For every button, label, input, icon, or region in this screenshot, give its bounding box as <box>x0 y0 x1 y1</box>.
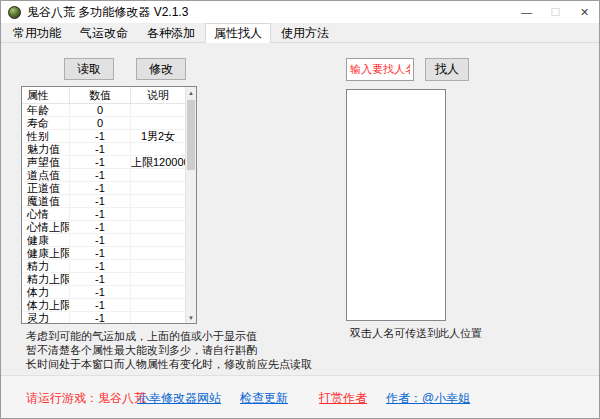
table-cell: 体力上限 <box>22 299 70 311</box>
table-cell: 0 <box>70 117 131 129</box>
table-cell <box>131 221 185 233</box>
table-cell: 精力 <box>22 260 70 272</box>
maximize-button: ☐ <box>541 1 570 23</box>
table-cell <box>131 260 185 272</box>
table-scrollbar[interactable]: ▲ ▼ <box>185 87 196 323</box>
table-row[interactable]: 体力-1 <box>22 286 185 299</box>
read-button[interactable]: 读取 <box>64 58 114 80</box>
table-cell: 灵力 <box>22 312 70 323</box>
table-row[interactable]: 声望值-1上限120000 <box>22 156 185 169</box>
table-row[interactable]: 年龄0 <box>22 104 185 117</box>
run-game-label: 请运行游戏：鬼谷八荒 <box>26 390 146 407</box>
table-cell: 正道值 <box>22 182 70 194</box>
find-person-button[interactable]: 找人 <box>425 58 469 81</box>
table-cell <box>131 169 185 181</box>
table-cell: -1 <box>70 195 131 207</box>
tab-various-additions[interactable]: 各种添加 <box>138 23 204 42</box>
table-row[interactable]: 寿命0 <box>22 117 185 130</box>
tab-luck-fate-change[interactable]: 气运改命 <box>71 23 137 42</box>
minimize-button[interactable]: — <box>512 1 541 23</box>
table-cell <box>131 312 185 323</box>
header-cell-1[interactable]: 数值 <box>70 87 131 103</box>
modify-button[interactable]: 修改 <box>136 58 186 80</box>
table-cell: 寿命 <box>22 117 70 129</box>
table-row[interactable]: 精力上限-1 <box>22 273 185 286</box>
window-title: 鬼谷八荒 多功能修改器 V2.1.3 <box>27 4 188 21</box>
header-cell-2[interactable]: 说明 <box>131 87 185 103</box>
note-line: 暂不清楚各个属性最大能改到多少，请自行斟酌 <box>26 343 312 357</box>
table-row[interactable]: 道点值-1 <box>22 169 185 182</box>
table-cell: 年龄 <box>22 104 70 116</box>
find-name-input[interactable] <box>346 58 414 81</box>
table-cell: 健康 <box>22 234 70 246</box>
table-cell <box>131 104 185 116</box>
table-cell: -1 <box>70 312 131 323</box>
table-row[interactable]: 正道值-1 <box>22 182 185 195</box>
table-row[interactable]: 魅力值-1 <box>22 143 185 156</box>
table-cell: -1 <box>70 273 131 285</box>
table-cell: 1男2女 <box>131 130 185 142</box>
table-cell: 精力上限 <box>22 273 70 285</box>
table-cell <box>131 247 185 259</box>
table-cell <box>131 195 185 207</box>
table-cell <box>131 273 185 285</box>
table-cell: 魅力值 <box>22 143 70 155</box>
tab-bar: 常用功能气运改命各种添加属性找人使用方法 <box>1 23 599 43</box>
table-cell: -1 <box>70 247 131 259</box>
link-modifier-website[interactable]: 小幸修改器网站 <box>137 390 221 407</box>
table-cell: -1 <box>70 143 131 155</box>
table-cell <box>131 143 185 155</box>
table-cell: -1 <box>70 182 131 194</box>
table-cell: -1 <box>70 234 131 246</box>
link-author[interactable]: 作者：@小幸姐 <box>386 390 470 407</box>
link-check-update[interactable]: 检查更新 <box>240 390 288 407</box>
table-cell: 道点值 <box>22 169 70 181</box>
table-cell: 心情上限 <box>22 221 70 233</box>
table-cell: 心情 <box>22 208 70 220</box>
table-cell: 0 <box>70 104 131 116</box>
close-button[interactable]: ✕ <box>570 1 599 23</box>
table-cell: 健康上限 <box>22 247 70 259</box>
table-cell: 上限120000 <box>131 156 185 168</box>
header-cell-0[interactable]: 属性 <box>22 87 70 103</box>
notes-block: 考虑到可能的气运加成，上面的值或小于显示值暂不清楚各个属性最大能改到多少，请自行… <box>26 329 312 371</box>
table-cell: -1 <box>70 169 131 181</box>
table-cell <box>131 234 185 246</box>
table-row[interactable]: 健康-1 <box>22 234 185 247</box>
table-cell: -1 <box>70 286 131 298</box>
table-cell: 体力 <box>22 286 70 298</box>
table-row[interactable]: 体力上限-1 <box>22 299 185 312</box>
table-cell: -1 <box>70 130 131 142</box>
scroll-down-icon[interactable]: ▼ <box>186 312 196 323</box>
tab-usage-instructions[interactable]: 使用方法 <box>272 23 338 42</box>
table-header: 属性数值说明 <box>22 87 185 104</box>
table-row[interactable]: 魔道值-1 <box>22 195 185 208</box>
table-cell: 性别 <box>22 130 70 142</box>
table-cell <box>131 299 185 311</box>
table-row[interactable]: 灵力-1 <box>22 312 185 323</box>
app-window: 鬼谷八荒 多功能修改器 V2.1.3 — ☐ ✕ 常用功能气运改命各种添加属性找… <box>0 0 600 419</box>
note-line: 考虑到可能的气运加成，上面的值或小于显示值 <box>26 329 312 343</box>
table-row[interactable]: 性别-11男2女 <box>22 130 185 143</box>
scroll-thumb[interactable] <box>187 100 195 170</box>
listbox-hint: 双击人名可传送到此人位置 <box>350 326 482 341</box>
table-cell <box>131 208 185 220</box>
table-row[interactable]: 心情-1 <box>22 208 185 221</box>
footer-bar: 请运行游戏：鬼谷八荒 小幸修改器网站 检查更新 打赏作者 作者：@小幸姐 <box>1 376 599 419</box>
tab-attribute-find-person[interactable]: 属性找人 <box>205 23 271 43</box>
table-row[interactable]: 精力-1 <box>22 260 185 273</box>
note-line: 长时间处于本窗口而人物属性有变化时，修改前应先点读取 <box>26 357 312 371</box>
table-row[interactable]: 健康上限-1 <box>22 247 185 260</box>
link-donate-author[interactable]: 打赏作者 <box>319 390 367 407</box>
table-cell: -1 <box>70 260 131 272</box>
window-controls: — ☐ ✕ <box>512 1 599 23</box>
scroll-up-icon[interactable]: ▲ <box>186 87 196 98</box>
attribute-table: 属性数值说明 年龄0寿命0性别-11男2女魅力值-1声望值-1上限120000道… <box>21 86 197 324</box>
results-listbox[interactable] <box>346 89 446 321</box>
table-cell: -1 <box>70 221 131 233</box>
tab-common-functions[interactable]: 常用功能 <box>4 23 70 42</box>
table-row[interactable]: 心情上限-1 <box>22 221 185 234</box>
table-cell: -1 <box>70 208 131 220</box>
table-cell <box>131 286 185 298</box>
table-cell: 声望值 <box>22 156 70 168</box>
